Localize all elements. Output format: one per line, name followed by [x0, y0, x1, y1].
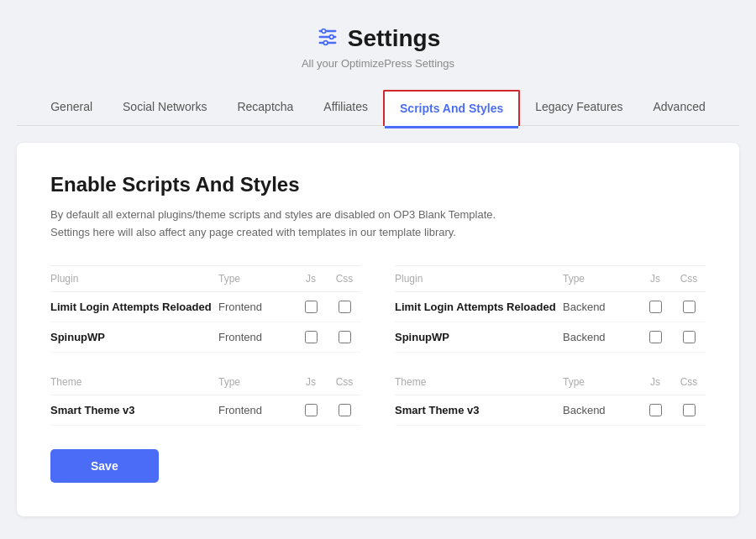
js-col-label-theme-b: Js — [638, 376, 672, 388]
frontend-theme-0-css-checkbox[interactable] — [339, 404, 351, 416]
js-checkbox-cell — [638, 404, 672, 416]
tab-social-networks[interactable]: Social Networks — [108, 90, 222, 125]
table-row: Limit Login Attempts Reloaded Frontend — [50, 292, 361, 322]
css-checkbox-cell — [328, 404, 361, 416]
js-checkbox-cell — [638, 331, 672, 343]
table-row: Limit Login Attempts Reloaded Backend — [395, 292, 706, 322]
tab-advanced[interactable]: Advanced — [638, 90, 721, 125]
css-checkbox-cell — [672, 301, 706, 313]
plugin-col-label: Plugin — [50, 273, 218, 285]
type-col-label-theme-b: Type — [563, 376, 638, 388]
backend-plugin-0-css-checkbox[interactable] — [683, 301, 696, 313]
frontend-plugin-0-js-checkbox[interactable] — [305, 301, 318, 313]
type-col-label-b: Type — [563, 273, 638, 285]
js-col-label-b: Js — [638, 273, 672, 285]
table-row: Smart Theme v3 Frontend — [50, 395, 361, 426]
section-description: By default all external plugins/theme sc… — [50, 207, 706, 242]
frontend-plugin-header: Plugin Type Js Css — [50, 266, 361, 292]
save-button[interactable]: Save — [50, 449, 159, 483]
tab-recaptcha[interactable]: Recaptcha — [222, 90, 308, 125]
backend-theme-0-css-checkbox[interactable] — [683, 404, 696, 416]
settings-nav: General Social Networks Recaptcha Affili… — [17, 90, 739, 126]
frontend-theme-0-js-checkbox[interactable] — [305, 404, 318, 416]
theme-col-label-b: Theme — [395, 376, 563, 388]
frontend-plugin-1-css-checkbox[interactable] — [339, 331, 351, 343]
svg-point-5 — [323, 41, 328, 45]
frontend-plugin-0-css-checkbox[interactable] — [339, 301, 351, 313]
page-header: Settings All your OptimizePress Settings — [17, 25, 739, 70]
plugin-name: SpinupWP — [395, 331, 563, 343]
plugin-name: Limit Login Attempts Reloaded — [395, 301, 563, 313]
settings-icon — [316, 25, 339, 52]
css-checkbox-cell — [328, 301, 361, 313]
page-title: Settings — [348, 25, 440, 52]
frontend-theme-header: Theme Type Js Css — [50, 369, 361, 395]
svg-point-4 — [329, 35, 333, 39]
theme-name: Smart Theme v3 — [395, 404, 563, 416]
css-checkbox-cell — [672, 404, 706, 416]
css-col-label-theme-b: Css — [672, 376, 706, 388]
backend-col: Plugin Type Js Css Limit Login Attempts … — [395, 265, 706, 426]
js-col-label-theme: Js — [294, 376, 328, 388]
tab-scripts-and-styles[interactable]: Scripts And Styles — [383, 90, 520, 126]
backend-theme-header: Theme Type Js Css — [395, 369, 706, 395]
backend-theme-section: Theme Type Js Css Smart Theme v3 Backend — [395, 369, 706, 426]
js-checkbox-cell — [294, 404, 328, 416]
theme-name: Smart Theme v3 — [50, 404, 218, 416]
css-col-label-b: Css — [672, 273, 706, 285]
plugin-type: Frontend — [218, 301, 294, 313]
js-checkbox-cell — [294, 301, 328, 313]
plugin-type: Backend — [563, 301, 638, 313]
js-col-label: Js — [294, 273, 328, 285]
table-row: Smart Theme v3 Backend — [395, 395, 706, 426]
tab-legacy-features[interactable]: Legacy Features — [520, 90, 638, 125]
header-subtitle: All your OptimizePress Settings — [17, 57, 739, 70]
css-checkbox-cell — [672, 331, 706, 343]
type-col-label: Type — [218, 273, 294, 285]
theme-type: Frontend — [218, 404, 294, 416]
backend-plugin-header: Plugin Type Js Css — [395, 266, 706, 292]
plugin-name: Limit Login Attempts Reloaded — [50, 301, 218, 313]
table-row: SpinupWP Frontend — [50, 322, 361, 353]
css-col-label: Css — [328, 273, 361, 285]
js-checkbox-cell — [294, 331, 328, 343]
frontend-plugin-1-js-checkbox[interactable] — [305, 331, 318, 343]
theme-type: Backend — [563, 404, 638, 416]
type-col-label-theme: Type — [218, 376, 294, 388]
css-col-label-theme: Css — [328, 376, 361, 388]
backend-plugin-1-js-checkbox[interactable] — [649, 331, 662, 343]
backend-plugin-1-css-checkbox[interactable] — [683, 331, 696, 343]
svg-point-3 — [322, 29, 326, 34]
plugins-grid: Plugin Type Js Css Limit Login Attempts … — [50, 265, 706, 426]
plugin-col-label-b: Plugin — [395, 273, 563, 285]
js-checkbox-cell — [638, 301, 672, 313]
plugin-name: SpinupWP — [50, 331, 218, 343]
tab-affiliates[interactable]: Affiliates — [308, 90, 383, 125]
frontend-theme-section: Theme Type Js Css Smart Theme v3 Fronten… — [50, 369, 361, 426]
backend-plugin-0-js-checkbox[interactable] — [649, 301, 662, 313]
content-card: Enable Scripts And Styles By default all… — [17, 143, 739, 516]
css-checkbox-cell — [328, 331, 361, 343]
tab-general[interactable]: General — [35, 90, 108, 125]
plugin-type: Backend — [563, 331, 638, 343]
theme-col-label: Theme — [50, 376, 218, 388]
section-title: Enable Scripts And Styles — [50, 173, 706, 196]
frontend-col: Plugin Type Js Css Limit Login Attempts … — [50, 265, 361, 426]
plugin-type: Frontend — [218, 331, 294, 343]
table-row: SpinupWP Backend — [395, 322, 706, 353]
backend-theme-0-js-checkbox[interactable] — [649, 404, 662, 416]
